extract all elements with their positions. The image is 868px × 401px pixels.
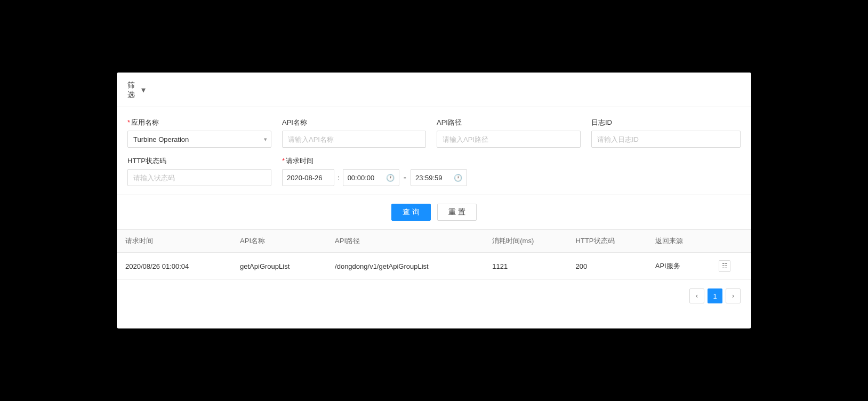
table-row: 2020/08/26 01:00:04 getApiGroupList /don… [117,253,751,280]
filter-label: 筛 选 [127,80,135,99]
col-api-path: API路径 [326,230,484,253]
main-panel: 筛 选 ▾ *应用名称 Turbine Operation ▾ API名称 AP… [117,73,751,328]
next-page-button[interactable]: › [726,288,741,303]
col-source: 返回来源 [647,230,710,253]
col-cost-time: 消耗时间(ms) [484,230,567,253]
table-wrap: 请求时间 API名称 API路径 消耗时间(ms) HTTP状态码 返回来源 2… [117,230,751,280]
chevron-down-icon[interactable]: ▾ [139,85,148,94]
api-name-field: API名称 [282,118,426,148]
time-start-wrap: 🕐 [343,169,399,186]
page-1-button[interactable]: 1 [708,288,722,303]
table-header-row: 请求时间 API名称 API路径 消耗时间(ms) HTTP状态码 返回来源 [117,230,751,253]
time-end-input[interactable] [415,174,452,182]
clock-end-icon[interactable]: 🕐 [454,174,462,182]
time-start-input[interactable] [348,174,384,182]
app-name-select[interactable]: Turbine Operation [127,131,271,148]
cell-api-path: /dongdong/v1/getApiGroupList [326,253,484,280]
colon-separator: : [336,174,341,182]
filter-header: 筛 选 ▾ [117,73,751,107]
cell-source: API服务 [647,253,710,280]
table-body: 2020/08/26 01:00:04 getApiGroupList /don… [117,253,751,280]
api-path-label: API路径 [437,118,581,127]
api-path-input[interactable] [437,131,581,148]
col-api-name: API名称 [231,230,326,253]
cell-api-name: getApiGroupList [231,253,326,280]
form-row-2: HTTP状态码 *请求时间 : 🕐 - [127,156,741,186]
reset-button[interactable]: 重 置 [437,204,477,221]
log-id-input[interactable] [591,131,741,148]
date-input-wrap [282,169,334,186]
query-button[interactable]: 查 询 [391,204,431,221]
datetime-group: : 🕐 - 🕐 [282,169,741,186]
app-name-label: *应用名称 [127,118,271,127]
table-header: 请求时间 API名称 API路径 消耗时间(ms) HTTP状态码 返回来源 [117,230,751,253]
log-id-label: 日志ID [591,118,741,127]
col-http-code: HTTP状态码 [567,230,647,253]
cell-req-time: 2020/08/26 01:00:04 [117,253,231,280]
cell-cost-time: 1121 [484,253,567,280]
http-code-label: HTTP状态码 [127,156,271,166]
required-mark: * [127,118,130,126]
data-table: 请求时间 API名称 API路径 消耗时间(ms) HTTP状态码 返回来源 2… [117,230,751,280]
req-time-label: *请求时间 [282,156,741,166]
detail-icon[interactable]: ☷ [719,260,730,272]
api-path-field: API路径 [437,118,581,148]
app-name-field: *应用名称 Turbine Operation ▾ [127,118,271,148]
cell-http-code: 200 [567,253,647,280]
log-id-field: 日志ID [591,118,741,148]
req-time-field: *请求时间 : 🕐 - 🕐 [282,156,741,186]
api-name-input[interactable] [282,131,426,148]
form-row-1: *应用名称 Turbine Operation ▾ API名称 API路径 日志… [127,118,741,148]
app-name-select-wrapper: Turbine Operation ▾ [127,131,271,148]
button-row: 查 询 重 置 [117,195,751,230]
cell-action: ☷ [710,253,751,280]
filter-form: *应用名称 Turbine Operation ▾ API名称 API路径 日志… [117,107,751,195]
pagination: ‹ 1 › [117,280,751,312]
time-end-wrap: 🕐 [411,169,467,186]
clock-start-icon[interactable]: 🕐 [386,174,395,182]
req-time-required-mark: * [282,157,285,165]
http-code-field: HTTP状态码 [127,156,271,186]
date-input[interactable] [287,174,329,182]
col-action [710,230,751,253]
api-name-label: API名称 [282,118,426,127]
dash-separator: - [401,173,408,182]
col-req-time: 请求时间 [117,230,231,253]
http-code-input[interactable] [127,169,271,186]
prev-page-button[interactable]: ‹ [689,288,704,303]
